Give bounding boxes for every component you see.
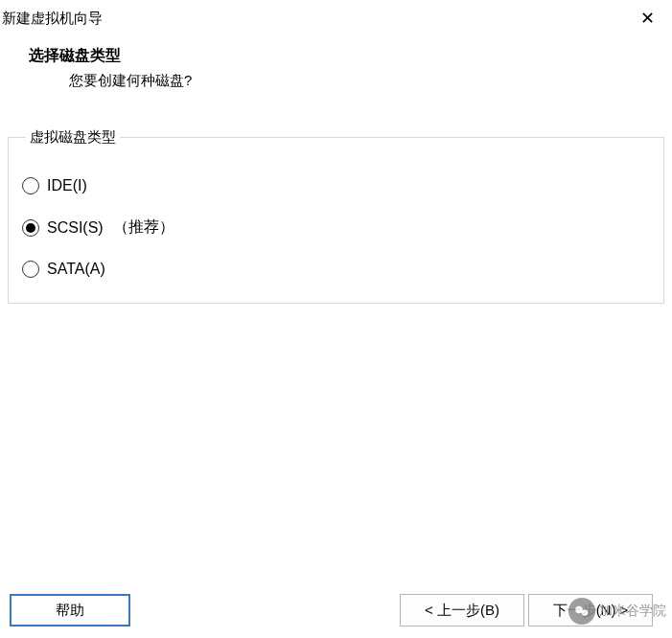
- disk-type-group: 虚拟磁盘类型 IDE(I) SCSI(S) （推荐） SATA(A): [8, 128, 664, 304]
- radio-label: SATA(A): [47, 261, 105, 278]
- header-area: 选择磁盘类型 您要创建何种磁盘?: [0, 36, 672, 109]
- radio-icon[interactable]: [22, 219, 39, 237]
- page-title: 选择磁盘类型: [29, 46, 643, 66]
- close-icon[interactable]: ✕: [635, 6, 660, 31]
- back-button[interactable]: < 上一步(B): [400, 594, 524, 627]
- page-subtitle: 您要创建何种磁盘?: [29, 72, 643, 90]
- titlebar: 新建虚拟机向导 ✕: [0, 0, 672, 36]
- radio-option-ide[interactable]: IDE(I): [22, 177, 650, 194]
- radio-note: （推荐）: [113, 217, 174, 238]
- group-legend: 虚拟磁盘类型: [26, 128, 120, 147]
- radio-option-scsi[interactable]: SCSI(S) （推荐）: [22, 217, 650, 238]
- next-button[interactable]: 下一步(N) >: [528, 594, 653, 627]
- radio-icon[interactable]: [22, 261, 39, 278]
- radio-label: SCSI(S): [47, 219, 104, 237]
- window-title: 新建虚拟机向导: [2, 10, 103, 28]
- radio-option-sata[interactable]: SATA(A): [22, 261, 650, 278]
- footer: 帮助 < 上一步(B) 下一步(N) >: [0, 594, 672, 627]
- radio-icon[interactable]: [22, 177, 39, 194]
- content-area: 虚拟磁盘类型 IDE(I) SCSI(S) （推荐） SATA(A): [0, 128, 672, 304]
- radio-label: IDE(I): [47, 177, 87, 194]
- help-button[interactable]: 帮助: [10, 594, 130, 627]
